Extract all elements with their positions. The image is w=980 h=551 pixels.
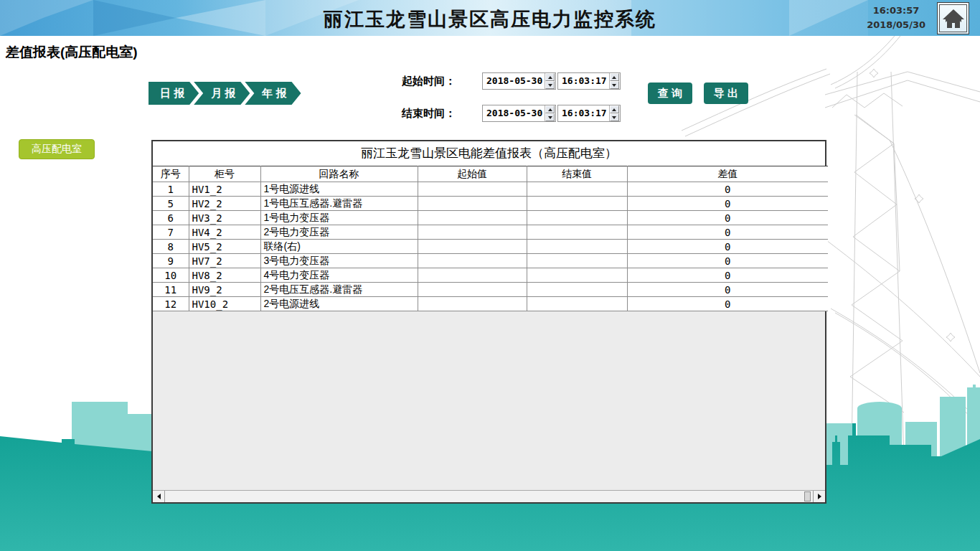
table-cell: 0 — [627, 254, 828, 268]
column-header-start-value: 起始值 — [418, 166, 527, 182]
table-cell: HV9_2 — [189, 283, 260, 297]
table-cell: 0 — [627, 197, 828, 211]
table-cell — [418, 297, 527, 311]
spinner-up-icon[interactable] — [610, 73, 619, 81]
spinner-up-icon[interactable] — [545, 105, 555, 113]
end-clock-value: 16:03:17 — [558, 105, 609, 121]
table-cell: 3号电力变压器 — [260, 254, 418, 268]
table-cell: 0 — [627, 225, 828, 240]
end-clock-input[interactable]: 16:03:17 — [557, 105, 621, 122]
table-cell — [418, 211, 527, 225]
start-date-input[interactable]: 2018-05-30 — [482, 72, 556, 90]
table-cell: HV10_2 — [189, 297, 260, 311]
horizontal-scrollbar[interactable] — [153, 490, 825, 502]
scrollbar-thumb[interactable] — [804, 491, 811, 501]
table-cell: 6 — [153, 211, 189, 225]
sidebar-item-hv-room[interactable]: 高压配电室 — [19, 139, 95, 159]
app-title: 丽江玉龙雪山景区高压电力监控系统 — [0, 6, 980, 32]
spinner-down-icon[interactable] — [545, 113, 555, 121]
tab-daily-report[interactable]: 日 报 — [149, 82, 199, 105]
table-cell: 联络(右) — [260, 240, 418, 254]
column-header-circuit: 回路名称 — [260, 166, 418, 182]
table-cell: HV8_2 — [189, 268, 260, 283]
table-row: 9HV7_23号电力变压器0 — [153, 254, 828, 268]
scroll-left-button[interactable] — [153, 491, 165, 502]
home-icon — [939, 4, 967, 32]
table-row: 8HV5_2联络(右)0 — [153, 240, 828, 254]
table-cell — [418, 254, 527, 268]
start-clock-spinner[interactable] — [609, 73, 619, 89]
clock: 16:03:57 2018/05/30 — [867, 4, 925, 32]
tab-monthly-report[interactable]: 月 报 — [194, 82, 250, 105]
end-clock-spinner[interactable] — [609, 105, 619, 121]
table-cell: 0 — [627, 268, 828, 283]
table-cell: 1号电力变压器 — [260, 211, 418, 225]
home-button[interactable] — [937, 2, 969, 34]
table-cell: 0 — [627, 240, 828, 254]
table-cell: HV7_2 — [189, 254, 260, 268]
column-header-index: 序号 — [153, 166, 189, 182]
table-header-row: 序号 柜号 回路名称 起始值 结束值 差值 — [153, 166, 828, 182]
end-date-input[interactable]: 2018-05-30 — [482, 105, 556, 122]
time-display: 16:03:57 — [867, 4, 925, 18]
table-row: 10HV8_24号电力变压器0 — [153, 268, 828, 283]
end-date-value: 2018-05-30 — [483, 105, 545, 121]
table-cell: 0 — [627, 297, 828, 311]
table-cell — [527, 182, 627, 197]
table-cell: 1号电压互感器.避雷器 — [260, 197, 418, 211]
spinner-down-icon[interactable] — [610, 113, 619, 121]
query-button[interactable]: 查 询 — [648, 83, 692, 104]
app-window: 丽江玉龙雪山景区高压电力监控系统 16:03:57 2018/05/30 差值报… — [0, 0, 980, 551]
table-cell — [418, 240, 527, 254]
table-cell — [527, 283, 627, 297]
table-cell: 0 — [627, 182, 828, 197]
table-cell: 8 — [153, 240, 189, 254]
column-header-cabinet: 柜号 — [189, 166, 260, 182]
table-cell: HV3_2 — [189, 211, 260, 225]
tab-yearly-report[interactable]: 年 报 — [245, 82, 301, 105]
spinner-down-icon[interactable] — [610, 81, 619, 89]
column-header-difference: 差值 — [627, 166, 828, 182]
table-cell — [418, 182, 527, 197]
table-cell: 1 — [153, 182, 189, 197]
end-time-inputs: 2018-05-30 16:03:17 — [482, 105, 621, 122]
spinner-up-icon[interactable] — [610, 105, 619, 113]
table-cell: 2号电源进线 — [260, 297, 418, 311]
table-cell — [418, 268, 527, 283]
table-cell — [527, 268, 627, 283]
export-button[interactable]: 导 出 — [704, 83, 748, 104]
start-clock-input[interactable]: 16:03:17 — [557, 72, 621, 90]
report-panel: 丽江玉龙雪山景区电能差值报表（高压配电室） 序号 柜号 回路名称 起始值 结束值… — [151, 140, 826, 504]
table-cell — [527, 240, 627, 254]
spinner-down-icon[interactable] — [545, 81, 555, 89]
spinner-up-icon[interactable] — [545, 73, 555, 81]
table-cell — [418, 283, 527, 297]
table-cell: 9 — [153, 254, 189, 268]
table-row: 11HV9_22号电压互感器.避雷器0 — [153, 283, 828, 297]
report-type-tabs: 日 报 月 报 年 报 — [149, 82, 301, 105]
header: 丽江玉龙雪山景区高压电力监控系统 16:03:57 2018/05/30 — [0, 0, 980, 36]
start-date-value: 2018-05-30 — [483, 73, 545, 89]
report-table: 序号 柜号 回路名称 起始值 结束值 差值 1HV1_21号电源进线05HV2_… — [153, 166, 828, 311]
scroll-right-button[interactable] — [813, 491, 825, 502]
end-date-spinner[interactable] — [545, 105, 555, 121]
arrow-left-icon — [157, 494, 161, 499]
table-cell: 2号电压互感器.避雷器 — [260, 283, 418, 297]
date-display: 2018/05/30 — [867, 18, 925, 32]
report-title: 丽江玉龙雪山景区电能差值报表（高压配电室） — [153, 141, 825, 166]
table-cell: 7 — [153, 225, 189, 240]
table-cell — [527, 211, 627, 225]
table-cell — [527, 197, 627, 211]
table-cell — [527, 225, 627, 240]
table-cell — [527, 297, 627, 311]
start-date-spinner[interactable] — [545, 73, 555, 89]
table-empty-area — [153, 311, 825, 490]
table-row: 6HV3_21号电力变压器0 — [153, 211, 828, 225]
table-cell: 12 — [153, 297, 189, 311]
table-cell: 1号电源进线 — [260, 182, 418, 197]
table-cell: 11 — [153, 283, 189, 297]
table-cell: HV2_2 — [189, 197, 260, 211]
page-title: 差值报表(高压配电室) — [6, 43, 138, 62]
start-time-label: 起始时间： — [402, 75, 456, 88]
end-time-label: 结束时间： — [402, 107, 456, 121]
